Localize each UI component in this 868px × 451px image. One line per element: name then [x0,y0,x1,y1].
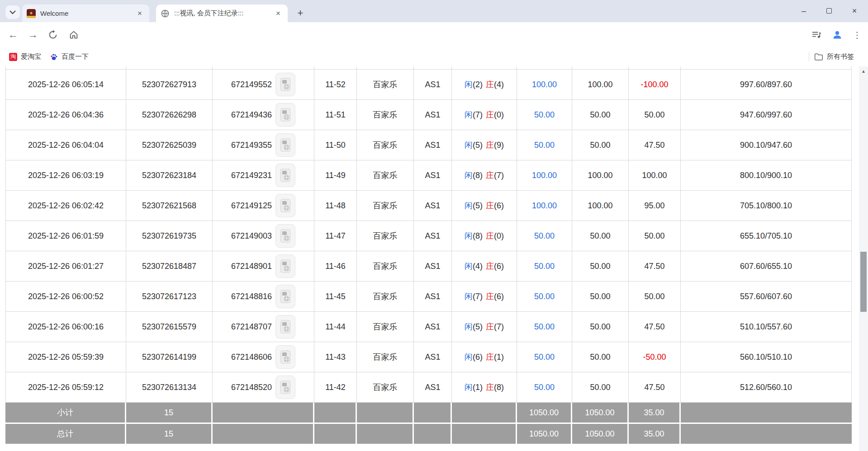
bet-amount-link[interactable]: 50.00 [517,251,572,282]
new-tab-button[interactable]: + [294,7,307,19]
balance-value: 800.10/900.10 [681,160,852,191]
video-replay-button[interactable] [275,133,295,157]
tab-search-button[interactable] [5,5,20,19]
media-controls-button[interactable] [810,28,823,42]
balance-value: 510.10/557.60 [681,312,852,342]
round-number: 11-42 [314,372,357,403]
scroll-up-arrow-icon[interactable]: ▲ [859,66,868,75]
forward-button[interactable]: → [26,28,40,42]
game-name: 百家乐 [357,312,414,342]
reload-button[interactable] [46,28,60,42]
banker-bet-value: (1) [494,352,504,362]
bet-id: 523072627913 [126,70,213,100]
tab-title: :::视讯, 会员下注纪录::: [174,9,270,18]
game-number: 672149355 [231,141,272,150]
bet-amount-link[interactable]: 50.00 [517,282,572,312]
round-number: 11-49 [314,160,357,191]
window-maximize-button[interactable] [822,5,836,17]
banker-bet-value: (7) [494,322,504,332]
bookmark-baidu[interactable]: 百度一下 [47,51,91,63]
balance-value: 512.60/560.10 [681,372,852,403]
bet-amount-link[interactable]: 50.00 [517,372,572,403]
video-replay-button[interactable] [275,103,295,127]
bet-amount-link[interactable]: 50.00 [517,342,572,372]
tab-welcome[interactable]: ♠ Welcome × [22,5,149,22]
home-button[interactable] [67,28,81,42]
round-number: 11-50 [314,130,357,160]
player-bet-value: (5) [473,141,483,150]
total-row: 总计 15 1050.00 1050.00 35.00 [5,424,852,444]
chevron-down-icon [9,10,16,14]
bet-detail: 闲(8) 庄(7) [452,160,517,191]
bet-record-table: 2025-12-26 06:05:14 523072627913 6721495… [5,66,852,444]
window-minimize-button[interactable]: – [797,5,811,17]
bet-time: 2025-12-26 05:59:12 [5,372,126,403]
bet-detail: 闲(6) 庄(1) [452,342,517,372]
bet-detail: 闲(5) 庄(7) [452,312,517,342]
game-number: 672148606 [231,352,272,362]
bookmarks-bar: 淘 爱淘宝 百度一下 所有书签 [0,47,868,66]
balance-value: 947.60/997.60 [681,100,852,130]
tab-close-icon[interactable]: × [135,9,145,19]
bookmarks-divider [809,52,809,61]
video-replay-button[interactable] [275,194,295,217]
maximize-icon [826,8,832,14]
video-replay-button[interactable] [275,345,295,369]
player-bet-label: 闲 [465,140,473,150]
bet-id: 523072626298 [126,100,213,130]
bet-amount-link[interactable]: 50.00 [517,221,572,251]
video-replay-button[interactable] [275,254,295,278]
all-bookmarks-button[interactable]: 所有书签 [814,51,854,63]
page-content: 2025-12-26 06:05:14 523072627913 6721495… [0,66,868,451]
balance-value: 607.60/655.10 [681,251,852,282]
bet-time: 2025-12-26 06:01:59 [5,221,126,251]
total-valid-amount: 1050.00 [572,424,629,444]
subtotal-row: 小计 15 1050.00 1050.00 35.00 [5,403,852,423]
video-replay-button[interactable] [275,164,295,187]
bet-amount-link[interactable]: 50.00 [517,130,572,160]
back-button[interactable]: ← [6,28,20,42]
banker-bet-label: 庄 [486,170,494,181]
game-number-cell: 672149125 [213,191,314,221]
round-number: 11-48 [314,191,357,221]
tab-strip: ♠ Welcome × :::视讯, 会员下注纪录::: × + – × [0,0,868,22]
bet-amount-link[interactable]: 50.00 [517,312,572,342]
bet-id: 523072623184 [126,160,213,191]
bookmark-taobao[interactable]: 淘 爱淘宝 [6,51,44,63]
round-number: 11-45 [314,282,357,312]
bet-detail: 闲(1) 庄(8) [452,372,517,403]
balance-value: 560.10/510.10 [681,342,852,372]
vertical-scrollbar[interactable]: ▲ [859,66,868,451]
profile-avatar[interactable] [830,28,844,42]
game-number-cell: 672149552 [213,70,314,100]
table-name: AS1 [414,130,452,160]
banker-bet-value: (9) [494,141,504,150]
game-number: 672148707 [231,322,272,332]
winloss-value: -50.00 [629,342,681,372]
scrollbar-thumb[interactable] [860,252,867,312]
game-number-cell: 672149355 [213,130,314,160]
video-replay-button[interactable] [275,285,295,308]
tab-close-icon[interactable]: × [273,9,283,19]
video-replay-button[interactable] [275,315,295,338]
video-replay-button[interactable] [275,376,295,399]
tab-bet-record[interactable]: :::视讯, 会员下注纪录::: × [156,5,288,22]
valid-amount: 50.00 [572,342,629,372]
game-number-cell: 672149231 [213,160,314,191]
video-replay-button[interactable] [275,73,295,96]
bet-time: 2025-12-26 06:04:04 [5,130,126,160]
game-number-cell: 672148606 [213,342,314,372]
window-close-button[interactable]: × [848,5,861,17]
banker-bet-label: 庄 [486,382,494,393]
bet-amount-link[interactable]: 100.00 [517,191,572,221]
game-number: 672149125 [231,201,272,211]
bet-amount-link[interactable]: 50.00 [517,100,572,130]
table-name: AS1 [414,221,452,251]
round-number: 11-52 [314,70,357,100]
menu-dots-button[interactable]: ⋮ [850,28,864,42]
video-replay-button[interactable] [275,224,295,248]
banker-bet-label: 庄 [486,291,494,302]
bet-amount-link[interactable]: 100.00 [517,70,572,100]
bet-amount-link[interactable]: 100.00 [517,160,572,191]
game-name: 百家乐 [357,221,414,251]
